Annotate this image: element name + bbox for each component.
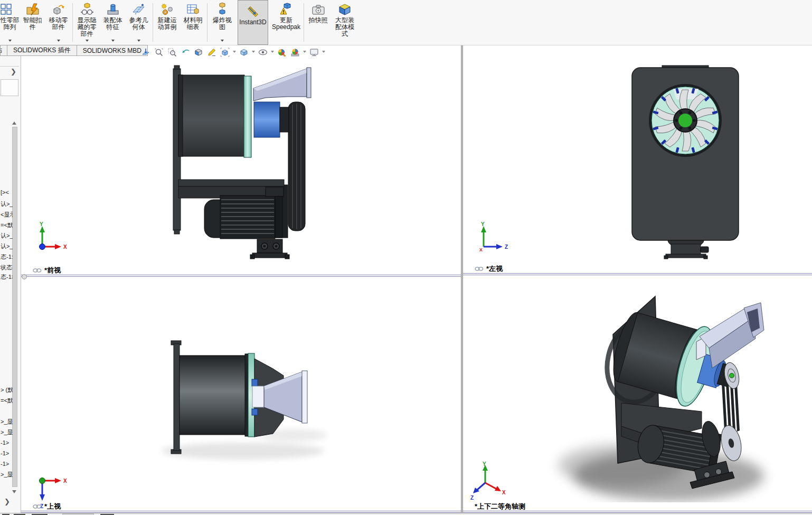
viewport-dimetric[interactable]: Y X Z *上下二等角轴测 bbox=[463, 275, 812, 513]
viewport-label-left: *左视 bbox=[463, 265, 503, 273]
feature-tree-fragment[interactable]: <显示 bbox=[1, 211, 13, 218]
feature-tree-fragment[interactable]: =<默 bbox=[1, 397, 13, 404]
toolbar-button-bill-of-materials[interactable]: 材料明 细表 bbox=[180, 0, 206, 45]
feature-tree-fragment[interactable]: > (默 bbox=[1, 387, 13, 393]
dimetric-view-model[interactable] bbox=[463, 275, 812, 502]
scroll-down-icon[interactable] bbox=[12, 490, 16, 495]
toolbar-button-reference-geometry[interactable]: 参考几 何体 bbox=[126, 0, 152, 45]
feature-tree-fragment[interactable]: -1> bbox=[1, 450, 13, 456]
toolbar-separator bbox=[72, 3, 73, 42]
dropdown-caret-icon[interactable] bbox=[221, 40, 224, 43]
toolbar-button-take-snapshot[interactable]: 拍快照 bbox=[305, 0, 331, 45]
view-settings-icon[interactable] bbox=[308, 46, 320, 58]
view-orientation-icon[interactable] bbox=[219, 46, 231, 58]
toolbar-label: 性零部 阵列 bbox=[1, 17, 20, 31]
take-snapshot-icon bbox=[311, 2, 325, 17]
toolbar-button-large-assembly-mode[interactable]: 大型装 配体模 式 bbox=[331, 0, 358, 45]
feature-tree-fragment[interactable]: =<默 bbox=[1, 222, 13, 228]
dropdown-caret-icon[interactable] bbox=[8, 40, 12, 43]
feature-tree-fragment[interactable]: 认>_ bbox=[1, 232, 13, 239]
dropdown-caret-icon[interactable] bbox=[233, 51, 236, 54]
dropdown-caret-icon[interactable] bbox=[137, 40, 140, 43]
toolbar-button-instant3d[interactable]: Instant3D bbox=[238, 0, 268, 45]
viewport-label-top: *上视 bbox=[21, 502, 61, 511]
dimetric-triad: Y X Z bbox=[470, 462, 507, 501]
display-style-icon[interactable] bbox=[238, 46, 250, 58]
dropdown-caret-icon[interactable] bbox=[303, 51, 306, 54]
scrollbar-thumb[interactable] bbox=[12, 127, 17, 487]
linear-component-pattern-icon bbox=[6, 2, 14, 17]
feature-tree-fragment[interactable]: 态-1> bbox=[1, 274, 13, 280]
toolbar-button-move-component[interactable]: 移动零 部件 bbox=[45, 0, 71, 45]
zoom-area-icon[interactable] bbox=[166, 46, 178, 58]
smart-fasteners-icon bbox=[26, 2, 40, 17]
axis-label: X bbox=[63, 244, 67, 250]
left-triad: Y Z X bbox=[474, 222, 511, 259]
edit-appearance-icon[interactable] bbox=[276, 46, 288, 58]
feature-tree-fragment[interactable]: 认>_ bbox=[1, 201, 13, 207]
axis-label: Y bbox=[40, 222, 43, 227]
front-view-model[interactable] bbox=[21, 45, 461, 266]
annotation-view-icon[interactable] bbox=[206, 46, 218, 58]
toolbar-button-show-hidden-components[interactable]: 显示隐 藏的零 部件 bbox=[74, 0, 100, 45]
dropdown-caret-icon[interactable] bbox=[252, 51, 255, 54]
feature-tree-fragment[interactable]: -1> bbox=[1, 461, 13, 467]
zoom-fit-icon[interactable] bbox=[153, 46, 165, 58]
feature-tree-fragment[interactable]: >_显 bbox=[1, 429, 13, 435]
viewport-left[interactable]: Y Z X *左视 bbox=[463, 45, 812, 275]
feature-tree-fragment[interactable]: 态-1: bbox=[1, 254, 13, 260]
dropdown-caret-icon[interactable] bbox=[111, 40, 115, 43]
feature-tree-fragment[interactable]: >_显 bbox=[1, 471, 13, 477]
feature-tree-fragment[interactable]: 状态- bbox=[1, 264, 13, 270]
hide-show-items-icon[interactable] bbox=[257, 46, 269, 58]
toolbar-label: 智能扣 件 bbox=[23, 17, 42, 31]
apply-scene-icon[interactable] bbox=[289, 46, 301, 58]
viewport-front[interactable]: Y X *前视 bbox=[21, 45, 461, 277]
toolbar-label: 参考几 何体 bbox=[129, 17, 148, 31]
move-component-icon bbox=[52, 2, 65, 17]
normal-to-icon[interactable] bbox=[140, 46, 152, 58]
expand-panel-icon[interactable]: ❯ bbox=[11, 69, 16, 75]
tab-solidworks-mbd[interactable]: SOLIDWORKS MBD bbox=[77, 45, 148, 56]
previous-view-icon[interactable] bbox=[180, 46, 191, 58]
tab-solidworks-addins[interactable]: SOLIDWORKS 插件 bbox=[7, 45, 77, 56]
splitter-handle[interactable] bbox=[22, 274, 27, 279]
toolbar-button-smart-fasteners[interactable]: 智能扣 件 bbox=[20, 0, 45, 45]
linked-views-icon bbox=[33, 268, 42, 273]
tab-clipped[interactable]: 估 bbox=[0, 45, 7, 56]
left-view-model[interactable] bbox=[463, 45, 812, 265]
scroll-up-icon[interactable] bbox=[12, 119, 16, 125]
viewport-top[interactable]: X Z *上视 bbox=[21, 277, 461, 513]
axis-label: X bbox=[502, 490, 506, 495]
toolbar-button-new-motion-study[interactable]: 新建运 动算例 bbox=[154, 0, 180, 45]
toolbar-button-assembly-features[interactable]: 装配体 特征 bbox=[100, 0, 126, 45]
dropdown-caret-icon[interactable] bbox=[86, 40, 89, 43]
feature-tree-fragment[interactable]: 认>_ bbox=[1, 243, 13, 249]
axis-label: Y bbox=[481, 222, 485, 227]
exploded-view-icon bbox=[215, 2, 229, 17]
dropdown-caret-icon[interactable] bbox=[322, 51, 325, 54]
feature-tree-fragment[interactable]: >_显 bbox=[1, 418, 13, 425]
toolbar-label: 材料明 细表 bbox=[184, 17, 203, 31]
new-motion-study-icon bbox=[160, 2, 174, 17]
toolbar-label: 大型装 配体模 式 bbox=[335, 17, 354, 38]
toolbar-button-update-speedpak[interactable]: 更新 Speedpak bbox=[270, 0, 303, 45]
feature-tree-fragment[interactable]: [>< bbox=[1, 189, 13, 195]
toolbar-label: 装配体 特征 bbox=[103, 17, 122, 31]
toolbar-button-linear-component-pattern[interactable]: 性零部 阵列 bbox=[0, 0, 20, 45]
toolbar-separator bbox=[207, 3, 207, 42]
section-view-icon[interactable] bbox=[193, 46, 204, 58]
sidebar-box[interactable] bbox=[1, 79, 18, 96]
axis-label: Z bbox=[505, 244, 508, 250]
dropdown-caret-icon[interactable] bbox=[271, 51, 274, 54]
assembly-features-icon bbox=[106, 2, 120, 17]
top-view-model[interactable] bbox=[21, 277, 461, 502]
show-hidden-components-icon bbox=[80, 2, 94, 17]
feature-tree-fragment[interactable]: -1> bbox=[1, 439, 13, 446]
expand-panel-bottom-icon[interactable]: ❯ bbox=[4, 499, 10, 505]
toolbar-button-exploded-view[interactable]: 爆炸视 图 bbox=[209, 0, 236, 45]
toolbar-label: 拍快照 bbox=[309, 17, 328, 24]
dropdown-caret-icon[interactable] bbox=[57, 40, 60, 43]
commandmanager-tabs: 估 SOLIDWORKS 插件 SOLIDWORKS MBD bbox=[0, 45, 147, 57]
vertical-viewport-splitter[interactable] bbox=[461, 45, 463, 513]
